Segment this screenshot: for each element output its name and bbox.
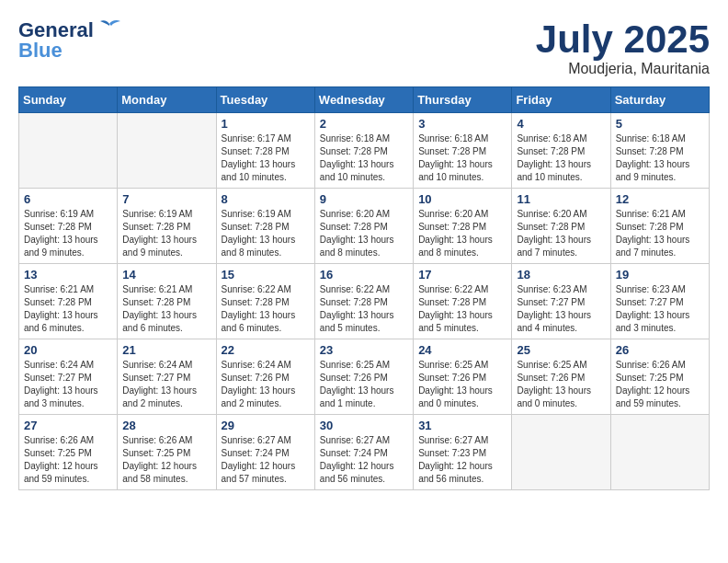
day-info: Sunrise: 6:23 AM Sunset: 7:27 PM Dayligh… bbox=[616, 283, 704, 335]
day-number: 4 bbox=[517, 117, 605, 131]
day-number: 1 bbox=[222, 117, 310, 131]
calendar-cell: 21Sunrise: 6:24 AM Sunset: 7:27 PM Dayli… bbox=[118, 339, 216, 415]
day-info: Sunrise: 6:18 AM Sunset: 7:28 PM Dayligh… bbox=[517, 132, 605, 184]
day-number: 25 bbox=[517, 343, 605, 357]
day-number: 11 bbox=[517, 192, 605, 206]
calendar-cell: 20Sunrise: 6:24 AM Sunset: 7:27 PM Dayli… bbox=[19, 339, 118, 415]
calendar-cell: 4Sunrise: 6:18 AM Sunset: 7:28 PM Daylig… bbox=[512, 113, 610, 189]
day-info: Sunrise: 6:22 AM Sunset: 7:28 PM Dayligh… bbox=[222, 283, 310, 335]
day-info: Sunrise: 6:26 AM Sunset: 7:25 PM Dayligh… bbox=[616, 359, 704, 410]
calendar-cell bbox=[19, 113, 118, 189]
day-info: Sunrise: 6:25 AM Sunset: 7:26 PM Dayligh… bbox=[418, 359, 506, 410]
weekday-header-friday: Friday bbox=[512, 87, 610, 113]
day-info: Sunrise: 6:27 AM Sunset: 7:24 PM Dayligh… bbox=[320, 434, 408, 486]
calendar-cell: 25Sunrise: 6:25 AM Sunset: 7:26 PM Dayli… bbox=[512, 339, 610, 415]
calendar-cell: 17Sunrise: 6:22 AM Sunset: 7:28 PM Dayli… bbox=[414, 264, 512, 339]
weekday-header-tuesday: Tuesday bbox=[216, 87, 314, 113]
calendar-cell: 23Sunrise: 6:25 AM Sunset: 7:26 PM Dayli… bbox=[314, 339, 413, 415]
calendar-cell bbox=[610, 415, 709, 490]
day-info: Sunrise: 6:21 AM Sunset: 7:28 PM Dayligh… bbox=[122, 283, 210, 335]
weekday-header-row: SundayMondayTuesdayWednesdayThursdayFrid… bbox=[19, 87, 710, 113]
day-info: Sunrise: 6:18 AM Sunset: 7:28 PM Dayligh… bbox=[616, 132, 704, 184]
day-number: 12 bbox=[616, 192, 704, 206]
month-title: July 2025 bbox=[536, 18, 710, 61]
day-number: 17 bbox=[418, 268, 506, 282]
calendar-cell: 22Sunrise: 6:24 AM Sunset: 7:26 PM Dayli… bbox=[216, 339, 314, 415]
location: Moudjeria, Mauritania bbox=[536, 61, 710, 77]
day-number: 23 bbox=[320, 343, 408, 357]
calendar-cell: 1Sunrise: 6:17 AM Sunset: 7:28 PM Daylig… bbox=[216, 113, 314, 189]
day-info: Sunrise: 6:21 AM Sunset: 7:28 PM Dayligh… bbox=[616, 208, 704, 259]
calendar-cell: 14Sunrise: 6:21 AM Sunset: 7:28 PM Dayli… bbox=[118, 264, 216, 339]
calendar-cell: 7Sunrise: 6:19 AM Sunset: 7:28 PM Daylig… bbox=[118, 189, 216, 264]
calendar-cell: 16Sunrise: 6:22 AM Sunset: 7:28 PM Dayli… bbox=[314, 264, 413, 339]
day-number: 30 bbox=[320, 419, 408, 432]
day-number: 26 bbox=[616, 343, 704, 357]
day-info: Sunrise: 6:21 AM Sunset: 7:28 PM Dayligh… bbox=[24, 283, 112, 335]
day-number: 10 bbox=[418, 192, 506, 206]
day-number: 9 bbox=[320, 192, 408, 206]
day-info: Sunrise: 6:17 AM Sunset: 7:28 PM Dayligh… bbox=[222, 132, 310, 184]
calendar-cell: 15Sunrise: 6:22 AM Sunset: 7:28 PM Dayli… bbox=[216, 264, 314, 339]
day-info: Sunrise: 6:20 AM Sunset: 7:28 PM Dayligh… bbox=[320, 208, 408, 259]
day-number: 16 bbox=[320, 268, 408, 282]
calendar-cell: 6Sunrise: 6:19 AM Sunset: 7:28 PM Daylig… bbox=[19, 189, 118, 264]
day-number: 7 bbox=[122, 192, 210, 206]
day-info: Sunrise: 6:22 AM Sunset: 7:28 PM Dayligh… bbox=[418, 283, 506, 335]
day-info: Sunrise: 6:20 AM Sunset: 7:28 PM Dayligh… bbox=[418, 208, 506, 259]
day-number: 15 bbox=[222, 268, 310, 282]
day-info: Sunrise: 6:24 AM Sunset: 7:27 PM Dayligh… bbox=[24, 359, 112, 410]
calendar-cell: 29Sunrise: 6:27 AM Sunset: 7:24 PM Dayli… bbox=[216, 415, 314, 490]
page-header: General Blue July 2025 Moudjeria, Maurit… bbox=[18, 18, 710, 77]
day-info: Sunrise: 6:27 AM Sunset: 7:24 PM Dayligh… bbox=[222, 434, 310, 486]
weekday-header-sunday: Sunday bbox=[19, 87, 118, 113]
day-number: 24 bbox=[418, 343, 506, 357]
day-number: 14 bbox=[122, 268, 210, 282]
calendar-cell: 12Sunrise: 6:21 AM Sunset: 7:28 PM Dayli… bbox=[610, 189, 709, 264]
calendar-cell: 18Sunrise: 6:23 AM Sunset: 7:27 PM Dayli… bbox=[512, 264, 610, 339]
calendar-cell: 3Sunrise: 6:18 AM Sunset: 7:28 PM Daylig… bbox=[414, 113, 512, 189]
day-info: Sunrise: 6:18 AM Sunset: 7:28 PM Dayligh… bbox=[418, 132, 506, 184]
day-number: 13 bbox=[24, 268, 112, 282]
day-info: Sunrise: 6:18 AM Sunset: 7:28 PM Dayligh… bbox=[320, 132, 408, 184]
calendar-week-1: 1Sunrise: 6:17 AM Sunset: 7:28 PM Daylig… bbox=[19, 113, 710, 189]
day-info: Sunrise: 6:24 AM Sunset: 7:26 PM Dayligh… bbox=[222, 359, 310, 410]
day-info: Sunrise: 6:22 AM Sunset: 7:28 PM Dayligh… bbox=[320, 283, 408, 335]
logo: General Blue bbox=[18, 18, 122, 63]
logo-bird-icon bbox=[97, 18, 122, 39]
calendar-cell: 10Sunrise: 6:20 AM Sunset: 7:28 PM Dayli… bbox=[414, 189, 512, 264]
logo-blue: Blue bbox=[18, 39, 63, 63]
calendar-cell: 28Sunrise: 6:26 AM Sunset: 7:25 PM Dayli… bbox=[118, 415, 216, 490]
day-info: Sunrise: 6:23 AM Sunset: 7:27 PM Dayligh… bbox=[517, 283, 605, 335]
calendar-cell: 5Sunrise: 6:18 AM Sunset: 7:28 PM Daylig… bbox=[610, 113, 709, 189]
calendar-cell bbox=[512, 415, 610, 490]
day-number: 5 bbox=[616, 117, 704, 131]
day-number: 6 bbox=[24, 192, 112, 206]
day-number: 22 bbox=[222, 343, 310, 357]
calendar-cell: 11Sunrise: 6:20 AM Sunset: 7:28 PM Dayli… bbox=[512, 189, 610, 264]
calendar-cell: 13Sunrise: 6:21 AM Sunset: 7:28 PM Dayli… bbox=[19, 264, 118, 339]
weekday-header-thursday: Thursday bbox=[414, 87, 512, 113]
calendar-cell bbox=[118, 113, 216, 189]
day-number: 29 bbox=[222, 419, 310, 432]
title-block: July 2025 Moudjeria, Mauritania bbox=[536, 18, 710, 77]
calendar-cell: 19Sunrise: 6:23 AM Sunset: 7:27 PM Dayli… bbox=[610, 264, 709, 339]
day-info: Sunrise: 6:19 AM Sunset: 7:28 PM Dayligh… bbox=[222, 208, 310, 259]
day-number: 20 bbox=[24, 343, 112, 357]
calendar-cell: 24Sunrise: 6:25 AM Sunset: 7:26 PM Dayli… bbox=[414, 339, 512, 415]
day-info: Sunrise: 6:26 AM Sunset: 7:25 PM Dayligh… bbox=[122, 434, 210, 486]
day-info: Sunrise: 6:25 AM Sunset: 7:26 PM Dayligh… bbox=[320, 359, 408, 410]
calendar-cell: 31Sunrise: 6:27 AM Sunset: 7:23 PM Dayli… bbox=[414, 415, 512, 490]
day-number: 2 bbox=[320, 117, 408, 131]
weekday-header-wednesday: Wednesday bbox=[314, 87, 413, 113]
day-number: 28 bbox=[122, 419, 210, 432]
day-number: 8 bbox=[222, 192, 310, 206]
day-number: 19 bbox=[616, 268, 704, 282]
calendar-cell: 9Sunrise: 6:20 AM Sunset: 7:28 PM Daylig… bbox=[314, 189, 413, 264]
calendar-cell: 2Sunrise: 6:18 AM Sunset: 7:28 PM Daylig… bbox=[314, 113, 413, 189]
day-info: Sunrise: 6:19 AM Sunset: 7:28 PM Dayligh… bbox=[122, 208, 210, 259]
weekday-header-saturday: Saturday bbox=[610, 87, 709, 113]
calendar-week-3: 13Sunrise: 6:21 AM Sunset: 7:28 PM Dayli… bbox=[19, 264, 710, 339]
day-number: 21 bbox=[122, 343, 210, 357]
day-info: Sunrise: 6:19 AM Sunset: 7:28 PM Dayligh… bbox=[24, 208, 112, 259]
